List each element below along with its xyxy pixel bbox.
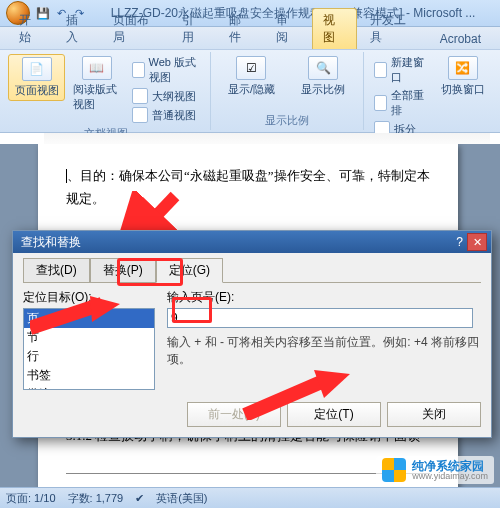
switchwindow-label: 切换窗口 [441, 82, 485, 97]
ribbon: 📄 页面视图 📖 阅读版式视图 Web 版式视图 大纲视图 普通视图 文档视图 … [0, 50, 500, 133]
newwindow-button[interactable]: 新建窗口 [370, 54, 430, 86]
goto-button[interactable]: 定位(T) [287, 402, 381, 427]
dialog-tab-replace[interactable]: 替换(P) [90, 258, 156, 283]
draft-button[interactable]: 普通视图 [128, 106, 204, 124]
status-bar: 页面: 1/10 字数: 1,779 ✔ 英语(美国) [0, 487, 500, 508]
dialog-help-icon[interactable]: ? [456, 235, 463, 249]
dialog-title: 查找和替换 [21, 234, 81, 251]
zoom-label: 显示比例 [301, 82, 345, 97]
watermark-url: www.yidaimay.com [412, 472, 488, 481]
arrangeall-label: 全部重排 [391, 88, 426, 118]
listbox-item-line[interactable]: 行 [24, 347, 154, 366]
tab-insert[interactable]: 插入 [55, 8, 100, 49]
zoom-icon: 🔍 [308, 56, 338, 80]
web-layout-label: Web 版式视图 [149, 55, 201, 85]
tab-mailings[interactable]: 邮件 [218, 8, 263, 49]
group-zoom-label: 显示比例 [217, 111, 357, 128]
find-replace-dialog: 查找和替换 ? ✕ 查找(D) 替换(P) 定位(G) 定位目标(O): 页 节… [12, 230, 492, 438]
goto-hint: 输入 + 和 - 可将相关内容移至当前位置。例如: +4 将前移四项。 [167, 334, 481, 368]
web-layout-button[interactable]: Web 版式视图 [128, 54, 204, 86]
ribbon-tabstrip: 开始 插入 页面布局 引用 邮件 审阅 视图 开发工具 Acrobat [0, 27, 500, 50]
newwindow-icon [374, 62, 387, 78]
dialog-close-button[interactable]: ✕ [467, 233, 487, 251]
page-view-button[interactable]: 📄 页面视图 [8, 54, 65, 101]
listbox-item-bookmark[interactable]: 书签 [24, 366, 154, 385]
close-button[interactable]: 关闭 [387, 402, 481, 427]
zoom-button[interactable]: 🔍 显示比例 [289, 54, 357, 99]
draft-label: 普通视图 [152, 108, 196, 123]
web-layout-icon [132, 62, 144, 78]
page-number-input[interactable] [167, 308, 473, 328]
tab-home[interactable]: 开始 [8, 8, 53, 49]
page-view-icon: 📄 [22, 57, 52, 81]
para-1[interactable]: 、目的：确保本公司“永磁起重吸盘”操作安全、可靠，特制定本规定。 [66, 164, 430, 211]
showhide-label: 显示/隐藏 [228, 82, 275, 97]
showhide-icon: ☑ [236, 56, 266, 80]
goto-target-label: 定位目标(O): [23, 289, 155, 306]
showhide-button[interactable]: ☑ 显示/隐藏 [217, 54, 285, 99]
watermark-cn: 纯净系统家园 [412, 460, 488, 472]
listbox-item-page[interactable]: 页 [24, 309, 154, 328]
watermark-logo-icon [382, 458, 406, 482]
status-language[interactable]: 英语(美国) [156, 491, 207, 506]
tab-developer[interactable]: 开发工具 [359, 8, 427, 49]
tab-acrobat[interactable]: Acrobat [429, 28, 492, 49]
tab-view[interactable]: 视图 [312, 8, 357, 49]
watermark: 纯净系统家园 www.yidaimay.com [376, 456, 494, 484]
para-1-text: 、目的：确保本公司“永磁起重吸盘”操作安全、可靠，特制定本规定。 [66, 168, 430, 206]
switchwindow-button[interactable]: 🔀 切换窗口 [434, 54, 492, 99]
tab-pagelayout[interactable]: 页面布局 [102, 8, 170, 49]
page-view-label: 页面视图 [15, 83, 59, 98]
goto-target-listbox[interactable]: 页 节 行 书签 批注 脚注 [23, 308, 155, 390]
listbox-item-comment[interactable]: 批注 [24, 385, 154, 390]
tab-review[interactable]: 审阅 [265, 8, 310, 49]
reading-view-label: 阅读版式视图 [73, 82, 120, 112]
status-words[interactable]: 字数: 1,779 [68, 491, 124, 506]
dialog-tab-goto[interactable]: 定位(G) [156, 258, 223, 283]
page-number-label: 输入页号(E): [167, 289, 481, 306]
newwindow-label: 新建窗口 [391, 55, 426, 85]
listbox-item-section[interactable]: 节 [24, 328, 154, 347]
reading-view-button[interactable]: 📖 阅读版式视图 [69, 54, 124, 114]
previous-button: 前一处(S) [187, 402, 281, 427]
arrangeall-button[interactable]: 全部重排 [370, 87, 430, 119]
draft-icon [132, 107, 148, 123]
switchwindow-icon: 🔀 [448, 56, 478, 80]
outline-icon [132, 88, 148, 104]
outline-label: 大纲视图 [152, 89, 196, 104]
status-page[interactable]: 页面: 1/10 [6, 491, 56, 506]
tab-references[interactable]: 引用 [171, 8, 216, 49]
arrangeall-icon [374, 95, 387, 111]
macros-button[interactable]: ▶ 宏 [496, 54, 500, 99]
status-spellcheck-icon[interactable]: ✔ [135, 492, 144, 505]
reading-view-icon: 📖 [82, 56, 112, 80]
outline-button[interactable]: 大纲视图 [128, 87, 204, 105]
dialog-tab-find[interactable]: 查找(D) [23, 258, 90, 283]
